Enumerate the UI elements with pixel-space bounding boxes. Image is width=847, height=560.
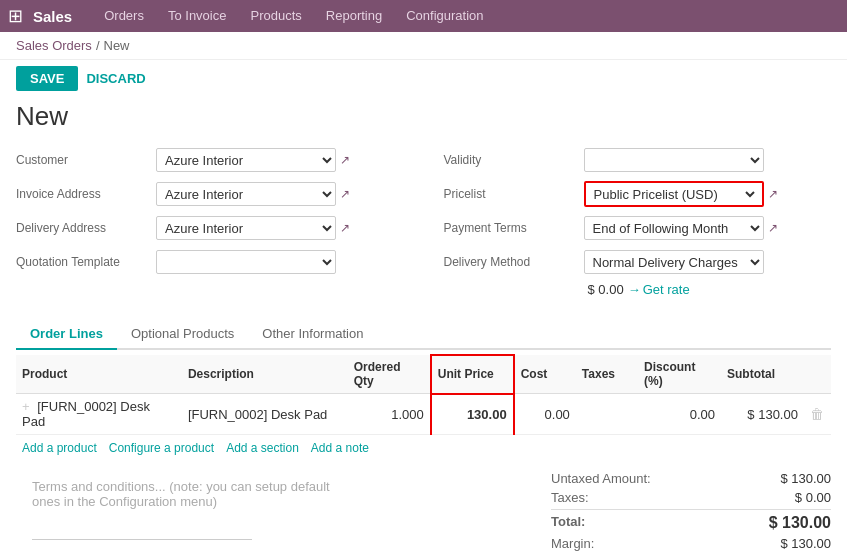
bottom-area: Terms and conditions... (note: you can s… [0, 469, 847, 553]
tab-other-information[interactable]: Other Information [248, 319, 377, 350]
tab-optional-products[interactable]: Optional Products [117, 319, 248, 350]
col-header-cost: Cost [514, 355, 576, 394]
untaxed-value: $ 130.00 [761, 471, 831, 486]
add-section-link[interactable]: Add a section [226, 441, 299, 455]
delivery-address-ext-link[interactable]: ↗ [340, 221, 350, 235]
breadcrumb-current: New [104, 38, 130, 53]
col-header-taxes: Taxes [576, 355, 638, 394]
discard-button[interactable]: DISCARD [86, 71, 145, 86]
customer-value: Azure Interior ↗ [156, 148, 404, 172]
summary-untaxed-row: Untaxed Amount: $ 130.00 [551, 469, 831, 488]
add-links: Add a product Configure a product Add a … [16, 435, 831, 461]
total-value: $ 130.00 [761, 514, 831, 532]
delivery-method-label: Delivery Method [444, 255, 584, 269]
form-right: Validity Pricelist Public Pricelist (USD… [444, 146, 832, 301]
validity-select[interactable] [584, 148, 764, 172]
product-name: [FURN_0002] Desk Pad [22, 399, 150, 429]
quotation-template-value [156, 250, 404, 274]
order-lines-table-container: Product Description Ordered Qty Unit Pri… [16, 354, 831, 461]
save-button[interactable]: SAVE [16, 66, 78, 91]
cell-taxes [576, 394, 638, 435]
payment-terms-row: Payment Terms End of Following Month ↗ [444, 214, 832, 242]
delivery-method-select[interactable]: Normal Delivery Charges [584, 250, 764, 274]
arrow-right-icon: → [628, 282, 641, 297]
quotation-template-label: Quotation Template [16, 255, 156, 269]
tabs: Order Lines Optional Products Other Info… [16, 319, 831, 350]
summary-total-row: Total: $ 130.00 [551, 509, 831, 534]
tab-order-lines[interactable]: Order Lines [16, 319, 117, 350]
cell-product: + [FURN_0002] Desk Pad [16, 394, 182, 435]
topbar: ⊞ Sales Orders To Invoice Products Repor… [0, 0, 847, 32]
payment-terms-select[interactable]: End of Following Month [584, 216, 764, 240]
validity-row: Validity [444, 146, 832, 174]
row-handle-icon[interactable]: + [22, 399, 30, 414]
cell-subtotal: $ 130.00 [721, 394, 804, 435]
col-header-qty: Ordered Qty [348, 355, 431, 394]
delivery-method-row: Delivery Method Normal Delivery Charges [444, 248, 832, 276]
total-label: Total: [551, 514, 585, 532]
app-name: Sales [33, 8, 72, 25]
taxes-label: Taxes: [551, 490, 589, 505]
col-header-discount: Discount (%) [638, 355, 721, 394]
customer-select[interactable]: Azure Interior [156, 148, 336, 172]
validity-label: Validity [444, 153, 584, 167]
add-note-link[interactable]: Add a note [311, 441, 369, 455]
delivery-address-select[interactable]: Azure Interior [156, 216, 336, 240]
delivery-rate-row: $ 0.00 → Get rate [444, 282, 832, 297]
pricelist-label: Pricelist [444, 187, 584, 201]
breadcrumb-separator: / [96, 38, 100, 53]
invoice-address-ext-link[interactable]: ↗ [340, 187, 350, 201]
cell-description: [FURN_0002] Desk Pad [182, 394, 348, 435]
breadcrumb-parent[interactable]: Sales Orders [16, 38, 92, 53]
breadcrumb: Sales Orders / New [0, 32, 847, 60]
form-left: Customer Azure Interior ↗ Invoice Addres… [16, 146, 404, 301]
toolbar: SAVE DISCARD [0, 60, 847, 97]
col-header-actions [804, 355, 831, 394]
invoice-address-row: Invoice Address Azure Interior ↗ [16, 180, 404, 208]
cell-unit-price[interactable]: 130.00 [431, 394, 514, 435]
nav-reporting[interactable]: Reporting [314, 0, 394, 32]
nav-orders[interactable]: Orders [92, 0, 156, 32]
cell-cost: 0.00 [514, 394, 576, 435]
delete-icon[interactable]: 🗑 [810, 406, 824, 422]
summary-table: Untaxed Amount: $ 130.00 Taxes: $ 0.00 T… [551, 469, 831, 553]
customer-row: Customer Azure Interior ↗ [16, 146, 404, 174]
taxes-value: $ 0.00 [761, 490, 831, 505]
summary-taxes-row: Taxes: $ 0.00 [551, 488, 831, 507]
invoice-address-select[interactable]: Azure Interior [156, 182, 336, 206]
col-header-description: Description [182, 355, 348, 394]
nav-configuration[interactable]: Configuration [394, 0, 495, 32]
summary-margin-row: Margin: $ 130.00 [551, 534, 831, 553]
terms-section: Terms and conditions... (note: you can s… [16, 469, 356, 550]
grid-icon[interactable]: ⊞ [8, 5, 23, 27]
invoice-address-value: Azure Interior ↗ [156, 182, 404, 206]
cell-qty: 1.000 [348, 394, 431, 435]
payment-terms-label: Payment Terms [444, 221, 584, 235]
delivery-address-row: Delivery Address Azure Interior ↗ [16, 214, 404, 242]
col-header-unit-price: Unit Price [431, 355, 514, 394]
delivery-amount: $ 0.00 [584, 282, 628, 297]
nav-to-invoice[interactable]: To Invoice [156, 0, 239, 32]
customer-ext-link[interactable]: ↗ [340, 153, 350, 167]
invoice-address-label: Invoice Address [16, 187, 156, 201]
add-product-link[interactable]: Add a product [22, 441, 97, 455]
terms-text: Terms and conditions... (note: you can s… [32, 479, 330, 509]
customer-label: Customer [16, 153, 156, 167]
cell-discount: 0.00 [638, 394, 721, 435]
cell-delete[interactable]: 🗑 [804, 394, 831, 435]
payment-terms-ext-link[interactable]: ↗ [768, 221, 778, 235]
margin-label: Margin: [551, 536, 594, 551]
nav-products[interactable]: Products [238, 0, 313, 32]
main-nav: Orders To Invoice Products Reporting Con… [92, 0, 495, 32]
pricelist-ext-link[interactable]: ↗ [768, 187, 778, 201]
page-title: New [0, 97, 847, 142]
margin-value: $ 130.00 [761, 536, 831, 551]
delivery-address-label: Delivery Address [16, 221, 156, 235]
form: Customer Azure Interior ↗ Invoice Addres… [0, 142, 847, 311]
pricelist-select[interactable]: Public Pricelist (USD) [590, 186, 758, 203]
untaxed-label: Untaxed Amount: [551, 471, 651, 486]
delivery-address-value: Azure Interior ↗ [156, 216, 404, 240]
configure-product-link[interactable]: Configure a product [109, 441, 214, 455]
quotation-template-select[interactable] [156, 250, 336, 274]
get-rate-link[interactable]: Get rate [643, 282, 690, 297]
